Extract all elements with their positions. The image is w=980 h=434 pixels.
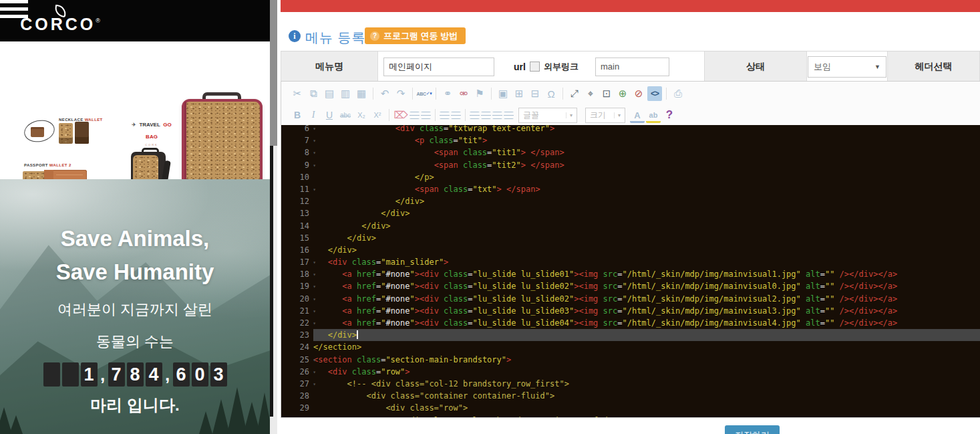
paste-icon[interactable]: ▤	[322, 86, 337, 101]
about-icon[interactable]: ?	[662, 108, 677, 122]
select-all-icon[interactable]: ⊡	[599, 86, 614, 101]
maximize-icon[interactable]: ⤢	[567, 86, 582, 101]
travel-go-bag-label: ✈ TRAVEL GO BAG CORK	[128, 117, 175, 146]
superscript-icon[interactable]: X²	[370, 108, 385, 122]
line-number: 11▾	[281, 183, 313, 195]
undo-icon[interactable]: ↶	[377, 86, 392, 101]
bg-color-icon[interactable]: ab	[646, 110, 661, 123]
code-line: 28 <div class="container container-fluid…	[281, 390, 980, 402]
cork-wallet-image	[59, 123, 73, 144]
image-icon[interactable]: ▣	[496, 86, 510, 101]
passport-wallet-label: PASSPORT WALLET 2	[24, 163, 71, 167]
scrollbar-thumb[interactable]	[270, 0, 277, 146]
line-number: 10	[281, 171, 313, 183]
line-number: 7▾	[281, 134, 313, 146]
indent-icon[interactable]	[451, 112, 461, 119]
program-link-help-button[interactable]: ? 프로그램 연동 방법	[365, 27, 466, 44]
fold-arrow-icon[interactable]: ▾	[311, 366, 316, 378]
external-link-checkbox[interactable]	[530, 62, 540, 72]
code-line: 23 </div>	[281, 329, 980, 341]
counter-digit-box	[62, 362, 79, 387]
unlink-icon[interactable]: ⚮	[456, 86, 471, 101]
redo-icon[interactable]: ↷	[393, 86, 408, 101]
line-number: 13	[281, 207, 313, 219]
table-icon[interactable]: ⊞	[512, 86, 526, 101]
cut-icon[interactable]: ✂	[290, 86, 305, 101]
copy-icon[interactable]: ⧉	[306, 86, 321, 101]
hero-title-line2: Save Humanity	[0, 255, 270, 289]
toolbar-separator	[666, 88, 667, 100]
fold-arrow-icon[interactable]: ▾	[311, 269, 316, 281]
toolbar-separator	[373, 88, 373, 100]
fold-arrow-icon[interactable]: ▾	[311, 184, 316, 196]
leather-wallet-image	[75, 122, 89, 144]
fold-arrow-icon[interactable]: ▾	[311, 318, 316, 330]
find-replace-icon[interactable]: ⌖	[583, 86, 598, 101]
save-button[interactable]: 저장하기	[725, 425, 780, 434]
paste-text-icon[interactable]: ▥	[338, 86, 353, 101]
line-number: 24	[281, 341, 313, 353]
fold-arrow-icon[interactable]: ▾	[311, 294, 316, 306]
fold-arrow-icon[interactable]: ▾	[311, 306, 316, 318]
fold-arrow-icon[interactable]: ▾	[311, 125, 316, 135]
strikethrough-icon[interactable]: abc	[338, 108, 353, 122]
code-line: 27▾ <!-- <div class="col-12 brandstory_r…	[281, 378, 980, 390]
subscript-icon[interactable]: X₂	[354, 108, 369, 122]
toolbar-separator	[436, 88, 436, 100]
outdent-icon[interactable]	[440, 112, 450, 119]
code-line: 17▾ <div class="main_slider">	[281, 256, 980, 268]
remove-format-icon[interactable]: ⌦	[393, 108, 408, 122]
anchor-flag-icon[interactable]: ⚑	[472, 86, 487, 101]
line-number: 29	[281, 402, 313, 414]
align-center-icon[interactable]	[481, 112, 491, 119]
italic-icon[interactable]: I	[306, 108, 321, 122]
underline-icon[interactable]: U	[322, 108, 337, 122]
align-justify-icon[interactable]	[504, 112, 514, 119]
counter-digit-box: 0	[192, 362, 208, 387]
status-dropdown[interactable]: 보임 ▼	[808, 56, 886, 78]
fold-arrow-icon[interactable]: ▾	[311, 147, 316, 159]
paste-word-icon[interactable]: ▦	[354, 86, 369, 101]
bulleted-list-icon[interactable]	[421, 112, 431, 119]
horizontal-line-icon[interactable]: ⊟	[528, 86, 542, 101]
line-number: 25▾	[281, 354, 313, 366]
spellcheck-icon[interactable]: ABC✓▾	[417, 86, 432, 101]
hero-subtitle1: 여러분이 지금까지 살린	[0, 298, 270, 321]
fold-arrow-icon[interactable]: ▾	[311, 135, 316, 147]
source-icon[interactable]: <>	[647, 86, 662, 101]
toolbar-separator	[412, 88, 413, 100]
align-left-icon[interactable]	[470, 112, 480, 119]
special-char-icon[interactable]: Ω	[544, 86, 558, 101]
remove-token-icon[interactable]: ⊘	[631, 86, 646, 101]
text-color-icon[interactable]: A	[630, 110, 645, 123]
fold-arrow-icon[interactable]: ▾	[311, 281, 316, 293]
fold-arrow-icon[interactable]: ▾	[311, 354, 316, 366]
code-line: 25▾<section class="section-main-brandsto…	[281, 354, 980, 366]
fold-arrow-icon[interactable]: ▾	[311, 160, 316, 172]
fold-arrow-icon[interactable]: ▾	[311, 257, 316, 269]
align-right-icon[interactable]	[492, 112, 502, 119]
numbered-list-icon[interactable]	[410, 112, 420, 119]
add-token-icon[interactable]: ⊕	[615, 86, 630, 101]
counter-digit-box: 1	[81, 362, 98, 387]
content-editor: ✂⧉▤▥▦↶↷ABC✓▾⚭⚮⚑▣⊞⊟Ω⤢⌖⊡⊕⊘<>⎙ BIUabcX₂X²⌦글…	[281, 81, 980, 418]
url-input[interactable]	[595, 58, 669, 76]
menu-name-input[interactable]	[383, 58, 494, 76]
code-line: 26▾ <div class="row">	[281, 366, 980, 378]
preview-scrollbar[interactable]	[270, 0, 277, 434]
hero-title-line1: Save Animals,	[0, 222, 270, 255]
font-dropdown[interactable]: 글꼴▾	[518, 108, 577, 123]
editor-toolbar-row2: BIUabcX₂X²⌦글꼴▾크기▾Aab?	[281, 106, 980, 124]
size-dropdown[interactable]: 크기▾	[585, 108, 625, 123]
counter-digit-box: 6	[173, 362, 190, 387]
line-number: 6▾	[281, 125, 313, 134]
status-select-cell: 보임 ▼	[807, 51, 887, 82]
print-icon[interactable]: ⎙	[671, 86, 685, 101]
url-cell: url 외부링크	[504, 51, 589, 82]
product-slider[interactable]: NECKLACE WALLET PASSPORT WALLET 2 ✈ TRAV…	[0, 41, 270, 179]
bold-icon[interactable]: B	[290, 108, 305, 122]
fold-arrow-icon[interactable]: ▾	[311, 378, 316, 391]
link-icon[interactable]: ⚭	[440, 86, 455, 101]
source-code-editor[interactable]: 6▾ <div class="txtwrap text-center">7▾ <…	[281, 125, 980, 417]
line-number: 9▾	[281, 159, 313, 171]
